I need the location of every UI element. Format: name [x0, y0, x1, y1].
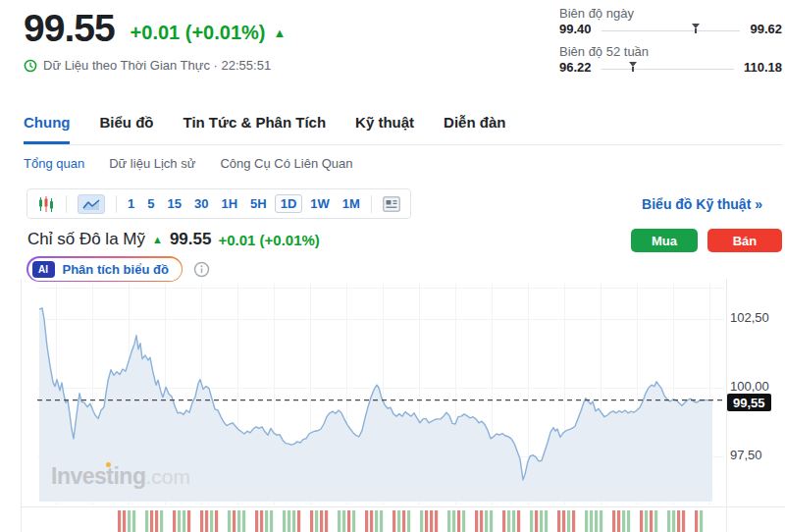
- price-change-text: +0.01 (+0.01%): [131, 22, 266, 44]
- day-range-label: Biên độ ngày: [559, 6, 782, 21]
- buy-button[interactable]: Mua: [631, 229, 698, 252]
- candlestick-chart-button[interactable]: [37, 195, 55, 213]
- tab-bieu-do[interactable]: Biểu đồ: [99, 114, 153, 144]
- y-axis-tick: 102,50: [730, 311, 769, 325]
- sub-tabs: Tổng quan Dữ liệu Lịch sử Công Cụ Có Liê…: [24, 156, 353, 171]
- price-change: +0.01 (+0.01%) ▲: [131, 22, 287, 44]
- timeframe-30[interactable]: 30: [194, 196, 208, 211]
- instrument-up-arrow-icon: ▲: [152, 234, 163, 245]
- tab-tin-tuc-phan-tich[interactable]: Tin Tức & Phân Tích: [183, 114, 326, 144]
- timeframe-5h[interactable]: 5H: [250, 196, 267, 211]
- day-range-high: 99.62: [750, 22, 782, 36]
- timeframe-1d[interactable]: 1D: [275, 194, 303, 213]
- week52-range-slider: [602, 61, 734, 74]
- technical-chart-link[interactable]: Biểu đồ Kỹ thuật »: [642, 196, 762, 212]
- instrument-name: Chỉ số Đô la Mỹ: [27, 230, 145, 249]
- ai-badge-icon: AI: [32, 261, 55, 278]
- instrument-price: 99.55: [170, 230, 212, 249]
- tab-chung[interactable]: Chung: [24, 114, 70, 144]
- y-axis-tick: 100,00: [730, 380, 769, 394]
- watermark-dot: [106, 462, 111, 467]
- info-icon[interactable]: [193, 261, 210, 278]
- week52-range-low: 96.22: [559, 60, 592, 75]
- y-axis-tick: 97,50: [730, 449, 762, 462]
- area-chart-button[interactable]: [78, 194, 105, 214]
- main-tabs: Chung Biểu đồ Tin Tức & Phân Tích Kỹ thu…: [24, 114, 782, 145]
- range-marker-icon: [692, 24, 700, 33]
- watermark: Investing.com: [51, 463, 190, 490]
- candlestick-icon: [37, 195, 55, 213]
- day-range-slider: [602, 23, 741, 35]
- instrument-change: +0.01 (+0.01%): [218, 232, 319, 248]
- ai-analysis-label: Phân tích biểu đồ: [63, 262, 169, 277]
- ai-chart-analysis-button[interactable]: AI Phân tích biểu đồ: [26, 256, 183, 282]
- timeframe-1m[interactable]: 1M: [342, 196, 360, 211]
- news-layout-button[interactable]: [383, 196, 400, 212]
- toolbar-divider: [66, 195, 67, 213]
- last-price-tag: 99,55: [727, 394, 771, 411]
- timeframe-1[interactable]: 1: [128, 196, 134, 211]
- sell-button[interactable]: Bán: [707, 229, 782, 252]
- toolbar-divider: [116, 195, 117, 213]
- subtab-du-lieu-lich-su[interactable]: Dữ liệu Lịch sử: [109, 156, 195, 171]
- clock-icon: [24, 59, 37, 73]
- timeframe-15[interactable]: 15: [167, 196, 181, 211]
- watermark-brand: Investing: [51, 463, 145, 489]
- range-marker-icon: [629, 62, 637, 72]
- timeframe-1w[interactable]: 1W: [310, 196, 330, 211]
- toolbar-divider: [371, 195, 372, 213]
- timeframe-5[interactable]: 5: [147, 196, 154, 211]
- up-arrow-icon: ▲: [273, 27, 286, 39]
- ai-analysis-row: AI Phân tích biểu đồ: [26, 256, 210, 282]
- price-header: 99.55 +0.01 (+0.01%) ▲ Dữ Liệu theo Thời…: [24, 8, 286, 73]
- day-range: Biên độ ngày 99.40 99.62: [559, 6, 782, 36]
- subtab-tong-quan[interactable]: Tổng quan: [24, 156, 84, 171]
- chart-toolbar: 1 5 15 30 1H 5H 1D 1W 1M: [26, 188, 411, 219]
- tab-ky-thuat[interactable]: Kỹ thuật: [355, 114, 414, 144]
- realtime-label: Dữ Liệu theo Thời Gian Thực · 22:55:51: [43, 58, 271, 73]
- ranges-panel: Biên độ ngày 99.40 99.62 Biên độ 52 tuần…: [559, 6, 782, 75]
- watermark-suffix: .com: [145, 465, 190, 488]
- instrument-overview-page: 99.55 +0.01 (+0.01%) ▲ Dữ Liệu theo Thời…: [0, 0, 785, 532]
- news-layout-icon: [383, 196, 400, 212]
- timeframe-group: 1 5 15 30 1H 5H 1D 1W 1M: [128, 194, 360, 213]
- tab-dien-dan[interactable]: Diễn đàn: [444, 114, 505, 144]
- week52-range: Biên độ 52 tuần 96.22 110.18: [559, 44, 782, 75]
- week52-range-high: 110.18: [744, 60, 782, 75]
- subtab-cong-cu-lien-quan[interactable]: Công Cụ Có Liên Quan: [220, 156, 352, 171]
- timeframe-1h[interactable]: 1H: [221, 196, 237, 211]
- current-price: 99.55: [24, 8, 115, 49]
- week52-range-label: Biên độ 52 tuần: [559, 44, 782, 59]
- instrument-title-row: Chỉ số Đô la Mỹ ▲ 99.55 +0.01 (+0.01%): [27, 230, 320, 249]
- area-chart-icon: [81, 197, 101, 211]
- day-range-low: 99.40: [559, 22, 592, 36]
